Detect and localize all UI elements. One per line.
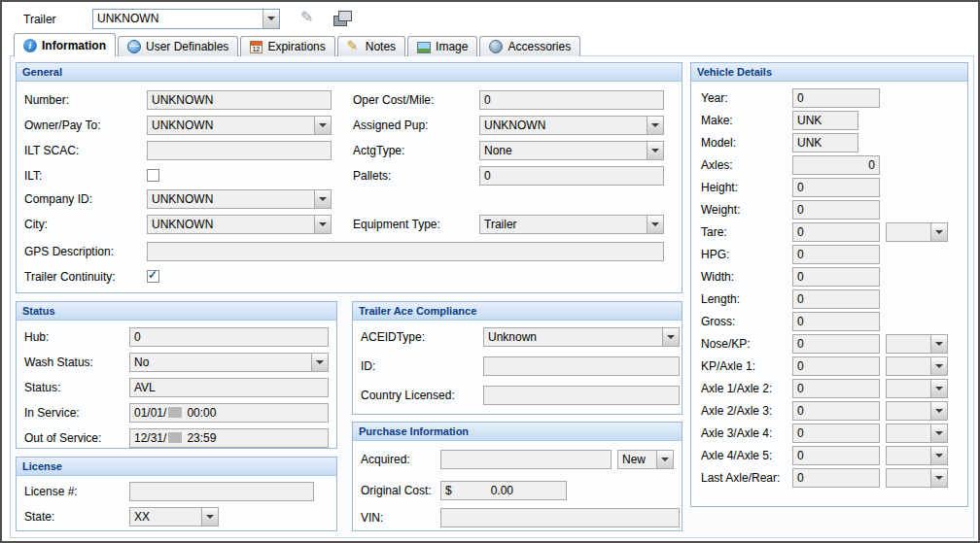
nose_kp-unit-dropdown[interactable] bbox=[886, 334, 948, 354]
dropdown-button[interactable] bbox=[930, 223, 947, 241]
status-panel: Status Hub: 0 Wash Status: No Status: AV… bbox=[16, 301, 337, 449]
general-panel: General Number: UNKNOWN Owner/Pay To: UN… bbox=[16, 62, 682, 293]
ace-id-label: ID: bbox=[361, 356, 375, 376]
axle_1_axle_2-unit-dropdown[interactable] bbox=[886, 379, 948, 398]
in-service-field[interactable]: 01/01/00:00 bbox=[129, 403, 329, 423]
last_axle_rear-field[interactable]: 0 bbox=[792, 468, 880, 488]
tare-field[interactable]: 0 bbox=[792, 222, 880, 242]
dropdown-button[interactable] bbox=[930, 469, 947, 487]
length-field[interactable]: 0 bbox=[792, 289, 880, 309]
equipment-type-value: Trailer bbox=[484, 218, 517, 231]
state-dropdown[interactable]: XX bbox=[129, 507, 219, 526]
chevron-down-icon bbox=[935, 454, 943, 458]
dropdown-button[interactable] bbox=[314, 216, 331, 233]
ace-id-field[interactable] bbox=[483, 356, 680, 376]
gross-field[interactable]: 0 bbox=[792, 312, 880, 331]
status-field[interactable]: AVL bbox=[129, 378, 329, 397]
axle_4_axle_5-field[interactable]: 0 bbox=[792, 446, 880, 465]
axles-label: Axles: bbox=[701, 155, 733, 175]
number-field[interactable]: UNKNOWN bbox=[147, 90, 332, 110]
oper-cost-mile-field[interactable]: 0 bbox=[479, 90, 664, 110]
tab-expirations[interactable]: Expirations bbox=[240, 36, 334, 56]
pallets-field[interactable]: 0 bbox=[479, 166, 664, 186]
owner-pay-to-dropdown[interactable]: UNKNOWN bbox=[147, 116, 332, 135]
purchase-info-panel-title: Purchase Information bbox=[353, 423, 682, 441]
vin-field[interactable] bbox=[440, 508, 680, 527]
country-licensed-field[interactable] bbox=[483, 386, 680, 405]
city-dropdown[interactable]: UNKNOWN bbox=[147, 215, 332, 234]
axle_4_axle_5-unit-dropdown[interactable] bbox=[886, 446, 948, 465]
acquired-field[interactable] bbox=[440, 450, 612, 469]
axle_2_axle_3-unit-dropdown[interactable] bbox=[886, 401, 948, 421]
axle_3_axle_4-unit-dropdown[interactable] bbox=[886, 424, 948, 443]
dropdown-button[interactable] bbox=[930, 447, 947, 464]
dropdown-button[interactable] bbox=[201, 508, 218, 526]
chevron-down-icon bbox=[935, 409, 943, 413]
out-of-service-label: Out of Service: bbox=[24, 428, 101, 448]
trailer-continuity-checkbox[interactable] bbox=[147, 270, 159, 283]
actg-type-dropdown[interactable]: None bbox=[479, 141, 664, 160]
hub-field[interactable]: 0 bbox=[129, 327, 329, 347]
tare-unit-dropdown[interactable] bbox=[886, 222, 948, 242]
ilt-scac-field[interactable] bbox=[147, 141, 332, 160]
ilt-checkbox[interactable] bbox=[147, 169, 159, 182]
globe-icon bbox=[127, 40, 141, 53]
kp_axle_1-unit-dropdown[interactable] bbox=[886, 356, 948, 376]
original-cost-field[interactable]: $0.00 bbox=[440, 481, 567, 500]
aceid-type-dropdown[interactable]: Unknown bbox=[483, 327, 680, 347]
dropdown-button[interactable] bbox=[930, 335, 947, 353]
chevron-down-icon bbox=[316, 360, 324, 364]
trailer-selector-dropdown[interactable]: UNKNOWN bbox=[92, 9, 280, 29]
out-of-service-field[interactable]: 12/31/23:59 bbox=[129, 428, 329, 448]
copy-icon[interactable] bbox=[333, 11, 351, 25]
height-field[interactable]: 0 bbox=[792, 178, 880, 197]
dropdown-button[interactable] bbox=[930, 357, 947, 375]
dropdown-button[interactable] bbox=[647, 216, 663, 233]
chevron-down-icon bbox=[935, 387, 943, 390]
dropdown-button[interactable] bbox=[314, 117, 331, 134]
equipment-type-label: Equipment Type: bbox=[353, 215, 440, 234]
dropdown-button[interactable] bbox=[647, 117, 663, 134]
tab-information[interactable]: Information bbox=[14, 33, 116, 56]
tab-notes[interactable]: Notes bbox=[337, 36, 405, 56]
dropdown-button[interactable] bbox=[262, 10, 279, 28]
axle_3_axle_4-field[interactable]: 0 bbox=[792, 424, 880, 443]
wash-status-dropdown[interactable]: No bbox=[129, 353, 329, 372]
dropdown-button[interactable] bbox=[656, 451, 673, 468]
year-field[interactable]: 0 bbox=[792, 88, 880, 108]
axle_2_axle_3-label: Axle 2/Axle 3: bbox=[701, 401, 772, 421]
license-number-field[interactable] bbox=[129, 482, 314, 501]
tab-image[interactable]: Image bbox=[407, 36, 477, 56]
dropdown-button[interactable] bbox=[314, 190, 331, 208]
kp_axle_1-field[interactable]: 0 bbox=[792, 356, 880, 376]
weight-field[interactable]: 0 bbox=[792, 200, 880, 220]
dropdown-button[interactable] bbox=[930, 402, 947, 420]
out-of-service-date-prefix: 12/31/ bbox=[134, 431, 166, 445]
width-field[interactable]: 0 bbox=[792, 267, 880, 287]
assigned-pup-dropdown[interactable]: UNKNOWN bbox=[479, 116, 664, 135]
axle_1_axle_2-field[interactable]: 0 bbox=[792, 379, 880, 398]
purchase-info-panel: Purchase Information Acquired: New Origi… bbox=[352, 422, 682, 531]
make-field[interactable]: UNK bbox=[792, 111, 858, 130]
last_axle_rear-unit-dropdown[interactable] bbox=[886, 468, 948, 488]
dropdown-button[interactable] bbox=[930, 424, 947, 442]
dropdown-button[interactable] bbox=[647, 142, 663, 159]
equipment-type-dropdown[interactable]: Trailer bbox=[479, 215, 664, 234]
tab-user-definables[interactable]: User Definables bbox=[118, 36, 238, 56]
gps-description-field[interactable] bbox=[147, 242, 664, 261]
dropdown-button[interactable] bbox=[662, 328, 679, 346]
hpg-field[interactable]: 0 bbox=[792, 245, 880, 264]
edit-icon[interactable]: ✎ bbox=[300, 8, 313, 26]
model-field[interactable]: UNK bbox=[792, 133, 858, 153]
axles-field[interactable]: 0 bbox=[792, 155, 880, 175]
company-id-dropdown[interactable]: UNKNOWN bbox=[147, 189, 332, 209]
tab-accessories[interactable]: Accessories bbox=[479, 36, 580, 56]
axle_2_axle_3-field[interactable]: 0 bbox=[792, 401, 880, 421]
dropdown-button[interactable] bbox=[930, 380, 947, 397]
acquired-condition-dropdown[interactable]: New bbox=[617, 450, 674, 469]
trailer-continuity-label: Trailer Continuity: bbox=[24, 267, 116, 287]
nose_kp-field[interactable]: 0 bbox=[792, 334, 880, 354]
general-panel-title: General bbox=[17, 63, 682, 82]
dropdown-button[interactable] bbox=[311, 354, 328, 371]
chevron-down-icon bbox=[319, 197, 327, 201]
